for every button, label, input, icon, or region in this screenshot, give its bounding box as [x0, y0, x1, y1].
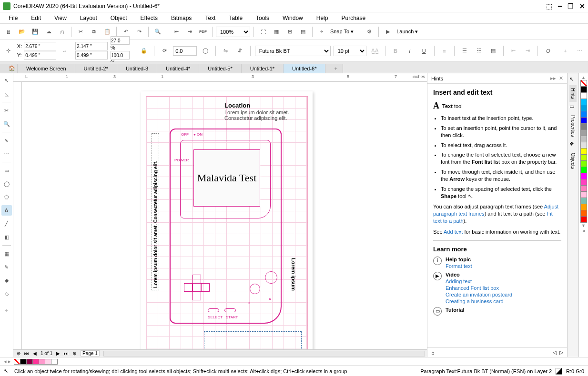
- italic-icon[interactable]: I: [404, 45, 416, 57]
- pick-tool-icon[interactable]: ↖: [1, 75, 12, 86]
- docker-objects[interactable]: Objects: [569, 150, 577, 172]
- height-input[interactable]: [75, 51, 108, 59]
- search-icon[interactable]: 🔍: [152, 26, 163, 38]
- panel-close-icon[interactable]: ✕: [559, 75, 563, 81]
- swatch-12[interactable]: [580, 160, 587, 167]
- menu-purchase[interactable]: Purchase: [335, 14, 372, 22]
- menu-edit[interactable]: Edit: [24, 14, 48, 22]
- cloud-icon[interactable]: ☁: [43, 26, 54, 38]
- menu-table[interactable]: Table: [222, 14, 249, 22]
- launch-dropdown[interactable]: Launch ▾: [395, 29, 421, 35]
- swatch-1[interactable]: [580, 92, 587, 99]
- bullet-list-icon[interactable]: ☰: [459, 45, 470, 57]
- doc-swatch-5[interactable]: [51, 359, 58, 365]
- font-size-select[interactable]: 10 pt: [334, 46, 367, 56]
- selected-text-frame[interactable]: [204, 331, 302, 349]
- ruler-vertical[interactable]: [13, 82, 22, 349]
- fullscreen-icon[interactable]: ⛶: [257, 26, 269, 38]
- crop-tool-icon[interactable]: ✂: [1, 105, 12, 116]
- transparency-tool-icon[interactable]: ▦: [1, 248, 12, 259]
- swatch-20[interactable]: [580, 210, 587, 217]
- menu-text[interactable]: Text: [198, 14, 222, 22]
- home-tab[interactable]: 🏠: [0, 64, 18, 73]
- docker-pointer-icon[interactable]: ↖: [569, 76, 577, 84]
- line-tool-icon[interactable]: ╱: [1, 218, 12, 229]
- fill-swatch[interactable]: [556, 368, 562, 375]
- next-page-icon[interactable]: ▶: [55, 351, 61, 356]
- zoom-tool-icon[interactable]: 🔍: [1, 119, 12, 129]
- menu-file[interactable]: File: [2, 14, 24, 22]
- paste-icon[interactable]: 📋: [101, 26, 113, 38]
- minimize-button[interactable]: ━: [558, 2, 562, 10]
- number-list-icon[interactable]: ☷: [473, 45, 485, 57]
- link-video-2[interactable]: Enhanced Font list box: [446, 285, 512, 291]
- export-icon[interactable]: ⇥: [184, 26, 195, 38]
- rectangle-tool-icon[interactable]: ▭: [1, 165, 12, 176]
- hints-fwd-icon[interactable]: ▷: [559, 349, 563, 356]
- swatch-7[interactable]: [580, 129, 587, 136]
- side-text-frame[interactable]: Lorem ipsum dolor sit amet. Consectetur …: [152, 133, 159, 290]
- doc-swatch-0[interactable]: [20, 359, 27, 365]
- mirror-v-icon[interactable]: ⇵: [234, 45, 246, 57]
- pdf-icon[interactable]: PDF: [197, 26, 209, 38]
- options-icon[interactable]: ⚙: [364, 26, 375, 38]
- swatch-3[interactable]: [580, 105, 587, 111]
- swatch-2[interactable]: [580, 99, 587, 105]
- panel-menu-icon[interactable]: ▸▸: [550, 75, 556, 81]
- scale-x-input[interactable]: [111, 36, 130, 45]
- link-video-4[interactable]: Creating a business card: [446, 298, 512, 304]
- print-icon[interactable]: ⎙: [56, 26, 68, 38]
- swatch-17[interactable]: [580, 191, 587, 198]
- swatch-14[interactable]: [580, 173, 587, 179]
- swatch-18[interactable]: [580, 198, 587, 204]
- first-page-icon[interactable]: ⏮: [23, 351, 30, 356]
- doc-swatch-3[interactable]: [39, 359, 45, 365]
- zoom-select[interactable]: 100%: [216, 27, 250, 37]
- last-page-icon[interactable]: ⏭: [62, 351, 70, 356]
- underline-icon[interactable]: U: [418, 45, 430, 57]
- menu-object[interactable]: Object: [104, 14, 134, 22]
- palette-up-icon[interactable]: ▲: [581, 75, 586, 80]
- indent-inc-icon[interactable]: ⇥: [522, 45, 534, 57]
- new-icon[interactable]: 🗎: [3, 26, 14, 38]
- launch-icon[interactable]: ▶: [382, 26, 394, 38]
- freehand-tool-icon[interactable]: ∿: [1, 135, 12, 146]
- redo-icon[interactable]: ↷: [133, 26, 145, 38]
- snap-to-dropdown[interactable]: Snap To ▾: [329, 29, 356, 35]
- doc-swatch-1[interactable]: [26, 359, 33, 365]
- doc-swatch-2[interactable]: [32, 359, 39, 365]
- swatch-15[interactable]: [580, 179, 587, 186]
- tab-untitled-4[interactable]: Untitled-4*: [157, 64, 199, 73]
- maximize-button[interactable]: ❐: [568, 2, 574, 10]
- undo-icon[interactable]: ↶: [120, 26, 132, 38]
- menu-window[interactable]: Window: [276, 14, 310, 22]
- swatch-16[interactable]: [580, 185, 587, 192]
- width-input[interactable]: [75, 42, 108, 50]
- add-prop-icon[interactable]: +: [559, 45, 571, 57]
- more-prop-icon[interactable]: ⋯: [574, 45, 585, 57]
- outline-tool-icon[interactable]: ◇: [1, 288, 12, 299]
- grid-icon[interactable]: ⊞: [284, 26, 295, 38]
- eyedropper-tool-icon[interactable]: ✎: [1, 262, 12, 272]
- swatch-4[interactable]: [580, 111, 587, 118]
- menu-layout[interactable]: Layout: [73, 14, 104, 22]
- text-tool-icon[interactable]: A: [1, 205, 12, 216]
- doc-swatch-4[interactable]: [45, 359, 51, 365]
- x-input[interactable]: [24, 42, 56, 50]
- palette-down-icon[interactable]: ▼: [581, 223, 586, 228]
- mirror-h-icon[interactable]: ⇋: [220, 45, 232, 57]
- swatch-13[interactable]: [580, 167, 587, 173]
- add-page-icon[interactable]: ⊕: [15, 351, 22, 356]
- scale-y-input[interactable]: [111, 51, 130, 59]
- rotate-center-icon[interactable]: ◯: [200, 45, 211, 57]
- snap-icon[interactable]: ⌖: [316, 26, 327, 38]
- tab-untitled-3[interactable]: Untitled-3: [117, 64, 157, 73]
- save-icon[interactable]: 💾: [30, 26, 41, 38]
- link-format-text[interactable]: Format text: [446, 263, 472, 269]
- swatch-10[interactable]: [580, 148, 587, 155]
- dropshadow-tool-icon[interactable]: ◧: [1, 232, 12, 242]
- close-button[interactable]: ✕: [579, 2, 585, 10]
- copy-icon[interactable]: ⧉: [88, 26, 100, 38]
- menu-help[interactable]: Help: [310, 14, 335, 22]
- gameboy-screen-text[interactable]: Malavida Test: [193, 149, 260, 207]
